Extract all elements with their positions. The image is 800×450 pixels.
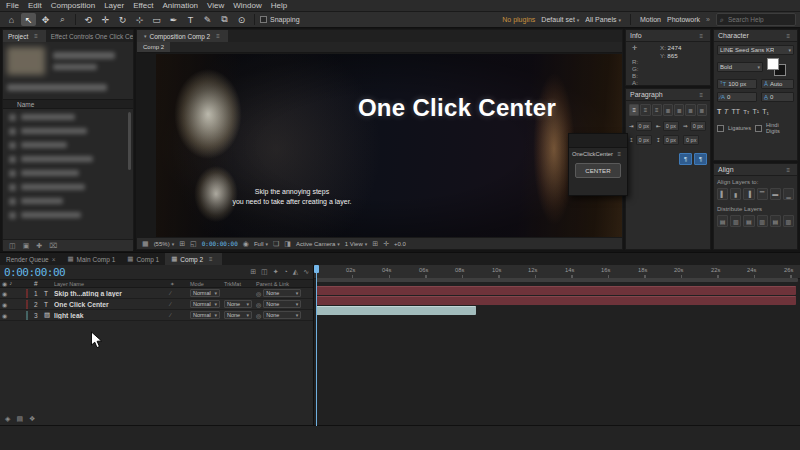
eye-icon[interactable]: ◉ (2, 290, 7, 297)
menu-effect[interactable]: Effect (133, 1, 153, 10)
trkmat-dropdown[interactable]: None▾ (224, 300, 252, 308)
viewer-timecode[interactable]: 0:00:00:00 (202, 240, 238, 247)
type-tool-icon[interactable]: T (183, 13, 198, 26)
menu-composition[interactable]: Composition (51, 1, 95, 10)
panel-menu-icon[interactable]: ≡ (783, 167, 793, 173)
distribute-left-icon[interactable]: ▥ (757, 215, 768, 227)
clone-stamp-tool-icon[interactable]: ⧉ (217, 13, 232, 26)
center-button[interactable]: CENTER (575, 163, 621, 178)
layer-row-2[interactable]: ◉ 2 T One Click Center ∕ Normal▾ None▾ ◎… (0, 299, 313, 310)
composition-mini-flowchart-icon[interactable]: ⊞ (250, 268, 256, 276)
small-caps-icon[interactable]: Tᴛ (743, 109, 749, 115)
eye-icon[interactable]: ◉ (2, 312, 7, 319)
snapping-toggle[interactable]: Snapping (260, 16, 300, 23)
close-icon[interactable]: × (52, 256, 56, 263)
menu-view[interactable]: View (207, 1, 224, 10)
tab-composition[interactable]: ▾ Composition Comp 2 ≡ (137, 30, 228, 42)
font-family-dropdown[interactable]: LINE Seed Sans KR ▾ (717, 45, 794, 55)
align-horizontal-center-icon[interactable]: ▮ (730, 188, 741, 200)
playhead-handle[interactable] (314, 265, 319, 273)
justify-last-center-icon[interactable]: ≣ (674, 104, 684, 116)
subscript-icon[interactable]: T₁ (762, 108, 769, 115)
justify-last-left-icon[interactable]: ≣ (663, 104, 673, 116)
fast-previews-icon[interactable]: ✛ (383, 240, 389, 248)
tab-effect-controls[interactable]: Effect Controls One Click Center (46, 30, 133, 42)
distribute-horizontal-center-icon[interactable]: ▤ (770, 215, 781, 227)
indent-left-field[interactable]: ⇥ 0 px (629, 121, 652, 131)
grid-guides-icon[interactable]: ⊞ (179, 240, 185, 248)
new-folder-icon[interactable]: ▣ (23, 242, 30, 250)
eye-icon[interactable]: ◉ (2, 301, 7, 308)
workspace-tab-photowork[interactable]: Photowork (667, 16, 700, 23)
fill-color-swatch[interactable] (767, 58, 779, 70)
expand-layer-switches-icon[interactable]: ◈ (5, 415, 10, 423)
panel-menu-icon[interactable]: ≡ (206, 256, 216, 262)
frame-blending-icon[interactable]: ◔ (284, 268, 288, 276)
resolution-dropdown[interactable]: Full▾ (254, 241, 268, 247)
exposure-value[interactable]: +0.0 (394, 241, 406, 247)
current-time-display[interactable]: 0:00:00:00 (4, 266, 65, 279)
tab-project[interactable]: Project ≡ (3, 30, 46, 42)
superscript-icon[interactable]: T¹ (753, 108, 760, 115)
project-name-column-header[interactable]: Name (3, 99, 133, 109)
menu-layer[interactable]: Layer (104, 1, 124, 10)
align-left-edge-icon[interactable]: ▌ (717, 188, 728, 200)
magnification-icon[interactable]: ▦ (142, 240, 149, 248)
zoom-dropdown[interactable]: (55%)▾ (154, 241, 175, 247)
transparency-grid-icon[interactable]: ◨ (284, 240, 291, 248)
layer-label-color[interactable] (26, 300, 28, 309)
time-ruler[interactable]: 02s 04s 06s 08s 10s 12s 14s 16s 18s 20s … (314, 265, 800, 279)
expand-transfer-controls-icon[interactable]: ▤ (16, 415, 23, 423)
layer-row-1[interactable]: ◉ 1 T Skip th...ating a layer ∕ Normal▾ … (0, 288, 313, 299)
zoom-tool-icon[interactable]: ⌕ (55, 13, 70, 26)
rotate-tool-icon[interactable]: ↻ (115, 13, 130, 26)
all-caps-icon[interactable]: TT (732, 108, 741, 115)
selection-tool-icon[interactable]: ↖ (21, 13, 36, 26)
workspace-tab-motion[interactable]: Motion (640, 16, 661, 23)
orbit-camera-tool-icon[interactable]: ⟲ (81, 13, 96, 26)
menu-window[interactable]: Window (233, 1, 261, 10)
composition-frame[interactable]: One Click Center Skip the annoying steps… (156, 54, 622, 239)
blend-mode-dropdown[interactable]: Normal▾ (190, 300, 220, 308)
timeline-track-area[interactable]: 02s 04s 06s 08s 10s 12s 14s 16s 18s 20s … (314, 265, 800, 426)
align-top-edge-icon[interactable]: ▔ (757, 188, 768, 200)
puppet-pin-tool-icon[interactable]: ⊙ (234, 13, 249, 26)
panel-menu-icon[interactable]: ≡ (696, 92, 706, 98)
all-panels-dropdown[interactable]: All Panels▾ (585, 16, 621, 23)
shape-tool-icon[interactable]: ▭ (149, 13, 164, 26)
font-size-field[interactable]: ᵀT 100 px (717, 79, 757, 89)
playhead-line[interactable] (316, 265, 317, 426)
faux-italic-icon[interactable]: T (724, 108, 730, 115)
workspace-overflow-icon[interactable]: » (706, 16, 710, 23)
distribute-top-icon[interactable]: ▤ (717, 215, 728, 227)
leading-field[interactable]: Ā Auto (761, 79, 794, 89)
snapshot-icon[interactable]: ◉ (243, 240, 249, 248)
align-center-icon[interactable]: ≡ (640, 104, 650, 116)
font-style-dropdown[interactable]: Bold ▾ (717, 62, 763, 72)
space-after-field[interactable]: ↧ 0 px (656, 135, 679, 145)
panel-menu-icon[interactable]: ≡ (614, 151, 624, 157)
faux-bold-icon[interactable]: T (717, 108, 721, 115)
mask-toggle-icon[interactable]: ◱ (190, 240, 197, 248)
expand-in-out-icon[interactable]: ❖ (29, 415, 35, 423)
viewer-tab-comp2[interactable]: Comp 2 (137, 42, 170, 52)
project-scrollbar[interactable] (128, 112, 131, 170)
pan-camera-tool-icon[interactable]: ✛ (98, 13, 113, 26)
popup-drag-strip[interactable] (569, 134, 627, 148)
hide-shy-layers-icon[interactable]: ✦ (273, 268, 279, 276)
camera-dropdown[interactable]: Active Camera▾ (296, 241, 340, 247)
fill-stroke-swatches[interactable] (767, 58, 789, 76)
tab-comp-1[interactable]: ▦ Comp 1 (121, 253, 165, 265)
menu-help[interactable]: Help (271, 1, 287, 10)
panel-menu-icon[interactable]: ≡ (213, 33, 223, 39)
layer-label-color[interactable] (26, 311, 28, 320)
distribute-right-icon[interactable]: ▥ (783, 215, 794, 227)
help-search-input[interactable] (726, 15, 788, 24)
menu-animation[interactable]: Animation (162, 1, 198, 10)
pixel-aspect-icon[interactable]: ⊞ (372, 240, 378, 248)
view-layout-dropdown[interactable]: 1 View▾ (345, 241, 367, 247)
tab-main-comp-1[interactable]: ▦ Main Comp 1 (61, 253, 121, 265)
brush-tool-icon[interactable]: ✎ (200, 13, 215, 26)
tab-comp-2[interactable]: ▦ Comp 2 ≡ (165, 253, 221, 265)
blend-mode-dropdown[interactable]: Normal▾ (190, 311, 220, 319)
